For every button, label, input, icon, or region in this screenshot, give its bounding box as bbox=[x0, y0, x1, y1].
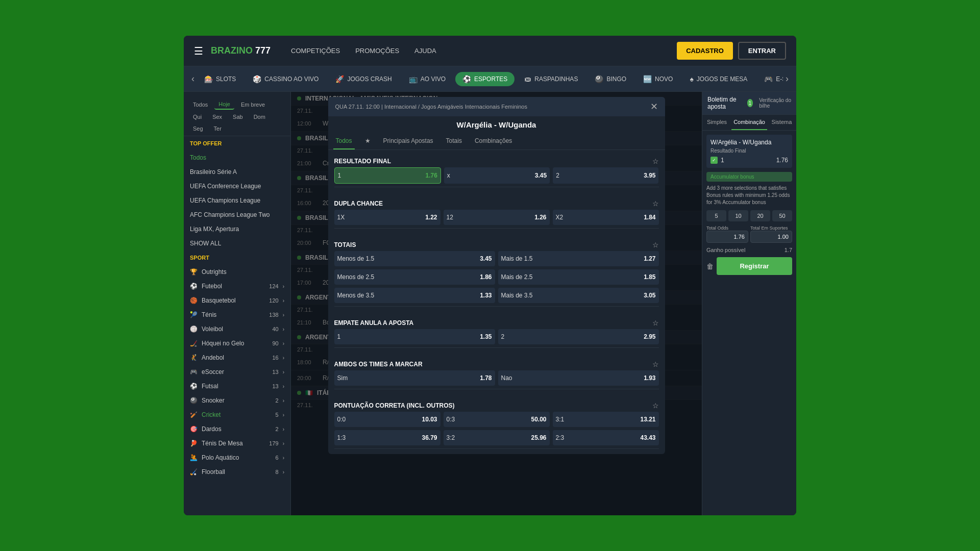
bet-button[interactable]: 1:336.79 bbox=[334, 430, 440, 445]
date-filter-em breve[interactable]: Em breve bbox=[237, 100, 269, 109]
bet-label: Mais de 1.5 bbox=[501, 255, 533, 262]
bet-button[interactable]: Mais de 1.51.27 bbox=[498, 251, 659, 266]
sports-nav-item-e-sports[interactable]: 🎮E-SPORTS bbox=[757, 72, 783, 86]
top-offer-item-2[interactable]: UEFA Conference League bbox=[184, 179, 290, 193]
favorite-star-button[interactable]: ☆ bbox=[652, 360, 659, 368]
sport-item-hóquei-no-gelo[interactable]: 🏒Hóquei no Gelo90› bbox=[184, 336, 290, 350]
delete-icon[interactable]: 🗑 bbox=[706, 262, 714, 270]
nav-ajuda[interactable]: AJUDA bbox=[414, 47, 436, 55]
modal-tab-1[interactable]: ★ bbox=[362, 133, 373, 149]
nav-right-arrow[interactable]: › bbox=[783, 73, 791, 84]
date-filter-todos[interactable]: Todos bbox=[189, 100, 212, 109]
date-filter-qui[interactable]: Qui bbox=[189, 112, 206, 121]
amount-button-20[interactable]: 20 bbox=[750, 210, 770, 221]
betslip-tab-combinação[interactable]: Combinação bbox=[731, 115, 767, 130]
betslip-tab-simples[interactable]: Simples bbox=[702, 115, 731, 130]
bet-button[interactable]: Menos de 3.51.33 bbox=[334, 288, 495, 303]
sport-item-esoccer[interactable]: 🎮eSoccer13› bbox=[184, 365, 290, 379]
modal-tab-2[interactable]: Principais Apostas bbox=[381, 133, 436, 149]
amount-button-10[interactable]: 10 bbox=[728, 210, 748, 221]
top-offer-item-6[interactable]: SHOW ALL bbox=[184, 236, 290, 251]
sports-nav-item-raspadinhas[interactable]: 🎟RASPADINHAS bbox=[517, 72, 585, 86]
modal-tab-4[interactable]: Combinações bbox=[472, 133, 514, 149]
hamburger-icon[interactable]: ☰ bbox=[194, 45, 203, 57]
date-filter-hoje[interactable]: Hoje bbox=[214, 99, 234, 110]
bet-section-title: DUPLA CHANCE☆ bbox=[334, 195, 659, 210]
favorite-star-button[interactable]: ☆ bbox=[652, 241, 659, 249]
cadastro-button[interactable]: CADASTRO bbox=[677, 42, 733, 60]
bet-button[interactable]: Mais de 2.51.85 bbox=[498, 269, 659, 285]
top-offer-item-3[interactable]: UEFA Champions League bbox=[184, 193, 290, 208]
close-modal-button[interactable]: ✕ bbox=[650, 101, 658, 112]
sports-nav-item-cassino-ao-vivo[interactable]: 🎲CASSINO AO VIVO bbox=[246, 72, 326, 86]
favorite-star-button[interactable]: ☆ bbox=[652, 199, 659, 208]
date-filter-dom[interactable]: Dom bbox=[250, 112, 270, 121]
sport-item-basquetebol[interactable]: 🏀Basquetebol120› bbox=[184, 293, 290, 308]
sports-nav-item-jogos-crash[interactable]: 🚀JOGOS CRASH bbox=[328, 72, 399, 86]
bet-button[interactable]: 121.26 bbox=[444, 210, 550, 225]
sport-item-voleibol[interactable]: 🏐Voleibol40› bbox=[184, 322, 290, 336]
nav-left-arrow[interactable]: ‹ bbox=[189, 73, 197, 84]
bet-button[interactable]: Mais de 3.53.05 bbox=[498, 288, 659, 303]
sports-nav-item-ao-vivo[interactable]: 📺AO VIVO bbox=[402, 72, 453, 86]
bet-button[interactable]: X21.84 bbox=[553, 210, 659, 225]
bet-button[interactable]: 1X1.22 bbox=[334, 210, 440, 225]
sports-nav-item-esportes[interactable]: ⚽ESPORTES bbox=[455, 72, 514, 86]
bet-button[interactable]: 23.95 bbox=[553, 167, 658, 184]
sport-item-futebol[interactable]: ⚽Futebol124› bbox=[184, 279, 290, 293]
sports-nav-item-jogos-de-mesa[interactable]: ♠JOGOS DE MESA bbox=[682, 72, 754, 86]
bet-button[interactable]: 11.76 bbox=[334, 167, 441, 184]
bet-button[interactable]: 11.35 bbox=[334, 329, 495, 344]
top-offer-item-0[interactable]: Todos bbox=[184, 151, 290, 165]
favorite-star-button[interactable]: ☆ bbox=[652, 319, 659, 327]
entrar-button[interactable]: ENTRAR bbox=[738, 42, 786, 60]
sport-item-cricket[interactable]: 🏏Cricket5› bbox=[184, 408, 290, 422]
bet-button[interactable]: 3:113.21 bbox=[553, 412, 659, 427]
bet-checkbox[interactable]: ✓ bbox=[710, 157, 718, 164]
bet-button[interactable]: Nao1.93 bbox=[498, 370, 659, 386]
sport-item-floorball[interactable]: 🏑Floorball8› bbox=[184, 465, 290, 479]
top-offer-item-4[interactable]: AFC Champions League Two bbox=[184, 208, 290, 222]
sport-item-ténis[interactable]: 🎾Ténis138› bbox=[184, 308, 290, 322]
date-filter-seg[interactable]: Seg bbox=[189, 124, 207, 133]
modal-tab-3[interactable]: Totais bbox=[444, 133, 464, 149]
bet-button[interactable]: Sim1.78 bbox=[334, 370, 495, 386]
sport-item-ténis-de-mesa[interactable]: 🏓Ténis De Mesa179› bbox=[184, 436, 290, 450]
top-offer-item-5[interactable]: Liga MX, Apertura bbox=[184, 222, 290, 236]
top-offer-item-1[interactable]: Brasileiro Série A bbox=[184, 165, 290, 179]
bet-button[interactable]: 0:350.00 bbox=[444, 412, 550, 427]
amount-button-50[interactable]: 50 bbox=[772, 210, 792, 221]
betslip-tab-sistema[interactable]: Sistema bbox=[767, 115, 796, 130]
bet-button[interactable]: 3:225.96 bbox=[444, 430, 550, 445]
bet-button[interactable]: Menos de 2.51.86 bbox=[334, 269, 495, 285]
sport-item-andebol[interactable]: 🤾Andebol16› bbox=[184, 350, 290, 365]
total-inputs: Total Odds 1.76 Total Em Suportes 1.00 bbox=[706, 226, 792, 243]
sport-item-outrights[interactable]: 🏆Outrights bbox=[184, 265, 290, 279]
bet-button[interactable]: 2:343.43 bbox=[553, 430, 659, 445]
bet-odds: 1.76 bbox=[425, 172, 437, 179]
sports-nav-item-novo[interactable]: 🆕NOVO bbox=[636, 72, 680, 86]
modal-tab-0[interactable]: Todos bbox=[333, 133, 355, 149]
sport-item-dardos[interactable]: 🎯Dardos2› bbox=[184, 422, 290, 436]
sports-nav-item-slots[interactable]: 🎰SLOTS bbox=[197, 72, 243, 86]
date-filter-ter[interactable]: Ter bbox=[210, 124, 226, 133]
sport-count: 6 bbox=[276, 455, 279, 461]
registrar-button[interactable]: Registrar bbox=[717, 257, 792, 275]
favorite-star-button[interactable]: ☆ bbox=[652, 157, 659, 165]
sports-nav-item-bingo[interactable]: 🎱BINGO bbox=[587, 72, 633, 86]
date-filter-sex[interactable]: Sex bbox=[208, 112, 226, 121]
bet-button[interactable]: Menos de 1.53.45 bbox=[334, 251, 495, 266]
nav-competicoes[interactable]: COMPETIÇÕES bbox=[291, 47, 340, 55]
date-filter-sab[interactable]: Sab bbox=[229, 112, 247, 121]
bet-button[interactable]: 22.95 bbox=[498, 329, 659, 344]
sport-item-futsal[interactable]: ⚽Futsal13› bbox=[184, 379, 290, 393]
bet-odds: 1.22 bbox=[425, 214, 437, 221]
favorite-star-button[interactable]: ☆ bbox=[652, 402, 659, 410]
bet-button[interactable]: 0:010.03 bbox=[334, 412, 440, 427]
sport-item-snooker[interactable]: 🎱Snooker2› bbox=[184, 393, 290, 408]
sport-item-polo-aquático[interactable]: 🤽Polo Aquático6› bbox=[184, 450, 290, 465]
nav-promocoes[interactable]: PROMOÇÕES bbox=[355, 47, 399, 55]
total-suportes-value: 1.00 bbox=[750, 231, 792, 243]
bet-button[interactable]: x3.45 bbox=[444, 167, 550, 184]
amount-button-5[interactable]: 5 bbox=[706, 210, 726, 221]
